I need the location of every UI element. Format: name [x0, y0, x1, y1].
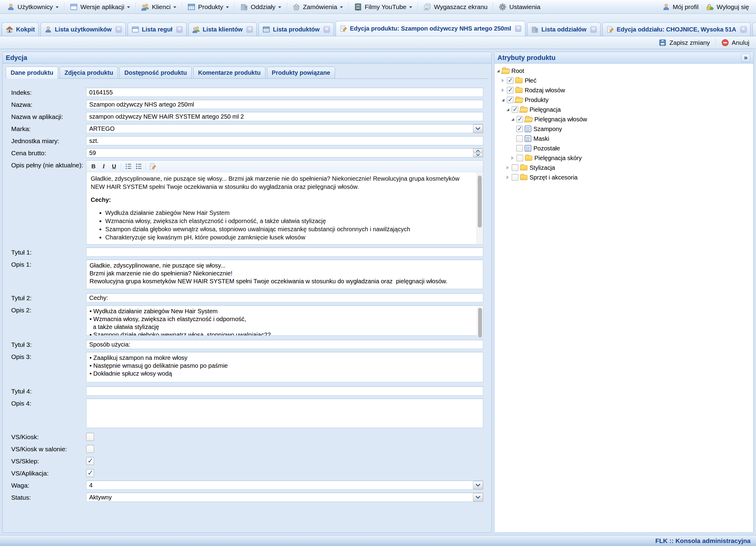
tree-checkbox[interactable]: [507, 77, 513, 84]
underline-button[interactable]: U: [109, 162, 119, 171]
tree-checkbox[interactable]: [507, 96, 513, 103]
menu-item-wygaszacz-ekranu[interactable]: Wygaszacz ekranu: [420, 2, 491, 12]
expanded-arrow-icon[interactable]: [511, 118, 514, 121]
vs-sklep-checkbox[interactable]: [86, 457, 94, 465]
waga-combo[interactable]: [86, 481, 483, 490]
vs-kiosk-w-salonie-checkbox[interactable]: [86, 445, 94, 453]
tytul2-input[interactable]: [86, 293, 483, 303]
tree-node-pozostale[interactable]: Pozostałe: [496, 143, 750, 153]
tab-lista-klientow[interactable]: Lista klientów: [188, 22, 257, 36]
menu-item-wyloguj-sie[interactable]: Wyloguj się: [702, 1, 752, 12]
tab-komentarze-produktu[interactable]: Komentarze produktu: [193, 67, 266, 79]
marka-combo[interactable]: [86, 124, 483, 133]
expanded-arrow-icon[interactable]: [507, 108, 509, 111]
tree-node-pielegnacja-wlosow[interactable]: Pielęgnacja włosów: [496, 114, 750, 124]
nazwa-input[interactable]: [86, 100, 483, 109]
opis4-textarea[interactable]: [86, 399, 483, 428]
collapsed-arrow-icon[interactable]: [507, 175, 509, 179]
cena-brutto-input[interactable]: [86, 148, 483, 157]
tree-checkbox[interactable]: [516, 145, 523, 152]
menu-item-produkty[interactable]: Produkty: [184, 2, 232, 12]
collapsed-arrow-icon[interactable]: [507, 166, 509, 169]
collapsed-arrow-icon[interactable]: [502, 79, 504, 82]
collapsed-arrow-icon[interactable]: [511, 156, 514, 160]
menu-item-wersje-aplikacji[interactable]: Wersje aplikacji: [67, 2, 134, 12]
close-icon[interactable]: [515, 25, 521, 32]
vs-aplikacja-checkbox[interactable]: [86, 469, 94, 477]
tab-ustawienia[interactable]: Ustawienia: [752, 22, 756, 36]
save-button[interactable]: Zapisz zmiany: [656, 38, 712, 47]
scrollbar-thumb[interactable]: [478, 308, 482, 338]
close-icon[interactable]: [740, 26, 747, 33]
tree-node-plec[interactable]: Płeć: [496, 76, 750, 85]
menu-item-uzytkownicy[interactable]: Użytkownicy: [4, 2, 62, 12]
bold-button[interactable]: B: [89, 162, 98, 171]
source-edit-button[interactable]: [148, 162, 157, 171]
tree-node-sprzet-i-akcesoria[interactable]: Sprzęt i akcesoria: [496, 172, 750, 182]
tab-lista-produktow[interactable]: Lista produktów: [259, 22, 334, 36]
jednostka-miary-input[interactable]: [86, 136, 483, 145]
expanded-arrow-icon[interactable]: [497, 70, 500, 72]
tab-lista-oddzialow[interactable]: Lista oddziałów: [527, 22, 601, 36]
tree-node-pielegnacja-skory[interactable]: Pielęgnacja skóry: [496, 153, 750, 163]
tree-node-rodzaj-wlosow[interactable]: Rodzaj włosów: [496, 85, 750, 95]
tab-edycja-produktu[interactable]: Edycja produktu: Szampon odżywczy NHS ar…: [336, 21, 525, 36]
tab-lista-uzytkownikow[interactable]: Lista użytkowników: [41, 22, 126, 36]
tytul4-input[interactable]: [86, 387, 483, 396]
tab-produkty-powiazane[interactable]: Produkty powiązane: [267, 67, 335, 79]
tree-checkbox[interactable]: [516, 126, 523, 132]
tab-zdjecia-produktu[interactable]: Zdjęcia produktu: [60, 67, 118, 79]
ordered-list-button[interactable]: [124, 162, 133, 171]
tree-checkbox[interactable]: [512, 164, 518, 171]
spinner-down-button[interactable]: [473, 153, 483, 157]
cancel-button[interactable]: Anuluj: [719, 38, 752, 47]
status-combo[interactable]: [86, 493, 483, 502]
bullet-list-button[interactable]: [134, 162, 143, 171]
marka-dropdown-button[interactable]: [473, 124, 483, 133]
menu-item-moj-profil[interactable]: Mój profil: [659, 2, 702, 12]
close-icon[interactable]: [176, 26, 183, 33]
menu-item-oddzialy[interactable]: Oddziały: [237, 2, 285, 12]
tree-checkbox[interactable]: [516, 135, 523, 142]
editor-scrollbar[interactable]: [477, 172, 483, 244]
vs-kiosk-checkbox[interactable]: [86, 433, 94, 441]
tytul3-input[interactable]: [86, 340, 483, 349]
tree-checkbox[interactable]: [512, 106, 518, 113]
tree-checkbox[interactable]: [512, 174, 518, 181]
italic-button[interactable]: I: [99, 162, 108, 171]
tree-node-stylizacja[interactable]: Stylizacja: [496, 163, 750, 172]
tree-node-produkty[interactable]: Produkty: [496, 95, 750, 105]
tree-checkbox[interactable]: [516, 116, 523, 123]
tree-node-szampony[interactable]: Szampony: [496, 124, 750, 134]
tab-lista-regul[interactable]: Lista reguł: [128, 22, 187, 36]
opis1-textarea[interactable]: Gładkie, zdyscyplinowane, nie puszące si…: [86, 260, 483, 289]
tab-edycja-oddzialu[interactable]: Edycja oddziału: CHOJNICE, Wysoka 51A: [602, 22, 750, 36]
opis3-textarea[interactable]: • Zaaplikuj szampon na mokre włosy • Nas…: [86, 352, 483, 382]
tytul1-input[interactable]: [86, 247, 483, 256]
tab-dostepnosc-produktu[interactable]: Dostępność produktu: [119, 67, 192, 79]
close-icon[interactable]: [246, 26, 253, 33]
tree-checkbox[interactable]: [507, 87, 513, 93]
collapsed-arrow-icon[interactable]: [502, 88, 504, 92]
tree-node-pielegnacja[interactable]: Pielęgnacja: [496, 105, 750, 114]
status-dropdown-button[interactable]: [473, 493, 483, 502]
expanded-arrow-icon[interactable]: [502, 99, 504, 101]
spinner-up-button[interactable]: [473, 149, 483, 153]
menu-item-klienci[interactable]: Klienci: [138, 2, 180, 12]
tree-node-root[interactable]: Root: [496, 66, 750, 76]
tab-kokpit[interactable]: Kokpit: [2, 22, 39, 36]
tab-dane-produktu[interactable]: Dane produktu: [6, 67, 58, 79]
close-icon[interactable]: [590, 26, 597, 33]
scrollbar-thumb[interactable]: [478, 175, 482, 227]
editor-content[interactable]: Gładkie, zdyscyplinowane, nie puszące si…: [86, 172, 483, 244]
nazwa-w-aplikacji-input[interactable]: [86, 112, 483, 121]
indeks-input[interactable]: [86, 88, 483, 97]
collapse-panel-button[interactable]: »: [741, 54, 750, 62]
opis2-scrollbar[interactable]: [477, 306, 483, 336]
menu-item-zamowienia[interactable]: Zamówienia: [289, 2, 346, 12]
tree-checkbox[interactable]: [516, 155, 523, 161]
waga-dropdown-button[interactable]: [473, 481, 483, 489]
tree-node-maski[interactable]: Maski: [496, 134, 750, 143]
close-icon[interactable]: [324, 26, 330, 33]
opis2-textarea[interactable]: • Wydłuża działanie zabiegów New Hair Sy…: [86, 306, 483, 336]
